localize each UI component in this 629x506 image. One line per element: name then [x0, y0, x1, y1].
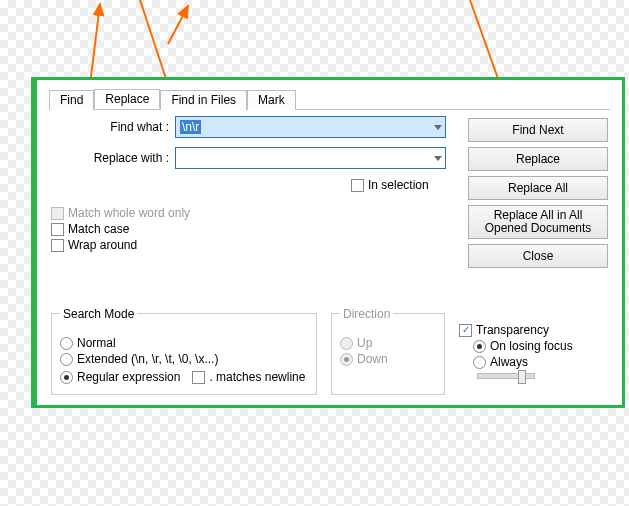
find-what-input[interactable]: \n\r — [175, 116, 446, 138]
search-mode-legend: Search Mode — [60, 307, 137, 321]
transparency-group: Transparency On losing focus Always — [451, 321, 615, 395]
direction-down: Down — [340, 352, 436, 366]
find-next-button[interactable]: Find Next — [468, 118, 608, 142]
search-mode-regex[interactable]: Regular expression — [60, 370, 180, 384]
direction-legend: Direction — [340, 307, 393, 321]
replace-with-input[interactable] — [175, 147, 446, 169]
replace-all-opened-button[interactable]: Replace All in All Opened Documents — [468, 205, 608, 239]
matches-newline-checkbox[interactable]: . matches newline — [192, 370, 305, 384]
replace-button[interactable]: Replace — [468, 147, 608, 171]
replace-dialog: Find Replace Find in Files Mark Find wha… — [31, 77, 625, 408]
search-mode-extended[interactable]: Extended (\n, \r, \t, \0, \x...) — [60, 352, 308, 366]
transparency-on-losing-focus[interactable]: On losing focus — [473, 339, 607, 353]
replace-all-button[interactable]: Replace All — [468, 176, 608, 200]
action-buttons: Find Next Replace Replace All Replace Al… — [468, 118, 608, 268]
tab-mark[interactable]: Mark — [247, 90, 296, 110]
transparency-checkbox[interactable]: Transparency — [459, 323, 607, 337]
chevron-down-icon[interactable] — [434, 125, 442, 130]
search-mode-normal[interactable]: Normal — [60, 336, 308, 350]
tab-find[interactable]: Find — [49, 90, 94, 110]
transparency-slider[interactable] — [477, 373, 535, 379]
direction-up: Up — [340, 336, 436, 350]
replace-with-label: Replace with : — [51, 151, 175, 165]
find-what-label: Find what : — [51, 120, 175, 134]
tab-replace[interactable]: Replace — [94, 89, 160, 109]
tab-bar: Find Replace Find in Files Mark — [37, 80, 622, 110]
chevron-down-icon[interactable] — [434, 156, 442, 161]
close-button[interactable]: Close — [468, 244, 608, 268]
direction-group: Direction Up Down — [331, 313, 445, 395]
tab-find-in-files[interactable]: Find in Files — [160, 90, 247, 110]
search-mode-group: Search Mode Normal Extended (\n, \r, \t,… — [51, 313, 317, 395]
transparency-always[interactable]: Always — [473, 355, 607, 369]
